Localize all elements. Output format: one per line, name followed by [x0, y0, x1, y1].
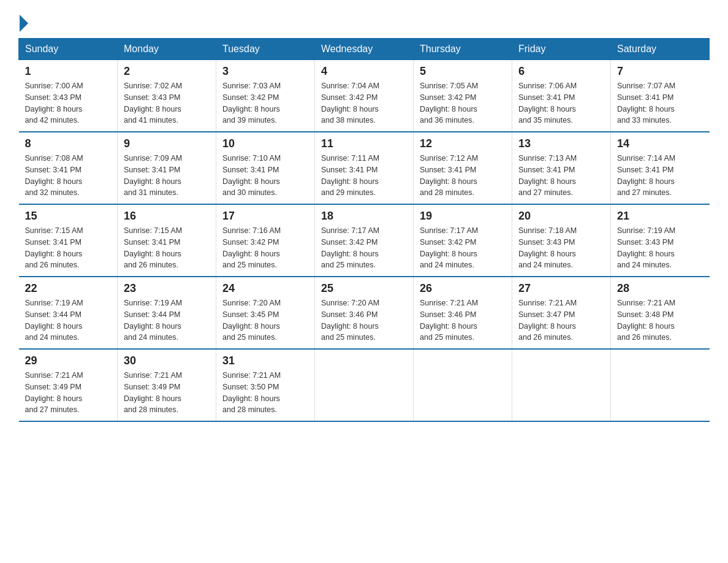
calendar-cell: 29 Sunrise: 7:21 AMSunset: 3:49 PMDaylig…	[19, 349, 118, 421]
day-number: 6	[518, 65, 604, 78]
day-info: Sunrise: 7:05 AMSunset: 3:42 PMDaylight:…	[420, 80, 506, 126]
calendar-cell: 17 Sunrise: 7:16 AMSunset: 3:42 PMDaylig…	[216, 204, 315, 277]
day-number: 10	[222, 137, 308, 150]
calendar-cell	[414, 349, 512, 421]
calendar-cell	[611, 349, 710, 421]
calendar-cell: 19 Sunrise: 7:17 AMSunset: 3:42 PMDaylig…	[414, 204, 512, 277]
day-number: 15	[25, 210, 112, 223]
day-number: 8	[25, 137, 112, 150]
day-info: Sunrise: 7:13 AMSunset: 3:41 PMDaylight:…	[518, 153, 604, 199]
calendar-cell: 6 Sunrise: 7:06 AMSunset: 3:41 PMDayligh…	[512, 60, 611, 132]
day-info: Sunrise: 7:18 AMSunset: 3:43 PMDaylight:…	[518, 225, 604, 271]
calendar-cell: 22 Sunrise: 7:19 AMSunset: 3:44 PMDaylig…	[19, 277, 118, 349]
calendar-table: SundayMondayTuesdayWednesdayThursdayFrid…	[18, 38, 710, 422]
day-info: Sunrise: 7:19 AMSunset: 3:44 PMDaylight:…	[124, 297, 210, 343]
day-number: 17	[222, 210, 308, 223]
day-info: Sunrise: 7:21 AMSunset: 3:50 PMDaylight:…	[222, 370, 308, 416]
day-number: 31	[222, 354, 308, 367]
day-number: 27	[518, 282, 604, 295]
day-info: Sunrise: 7:21 AMSunset: 3:49 PMDaylight:…	[25, 370, 112, 416]
calendar-cell: 25 Sunrise: 7:20 AMSunset: 3:46 PMDaylig…	[315, 277, 414, 349]
calendar-cell: 11 Sunrise: 7:11 AMSunset: 3:41 PMDaylig…	[315, 132, 414, 204]
calendar-cell: 1 Sunrise: 7:00 AMSunset: 3:43 PMDayligh…	[19, 60, 118, 132]
day-number: 9	[124, 137, 210, 150]
weekday-header-friday: Friday	[512, 39, 611, 60]
day-info: Sunrise: 7:10 AMSunset: 3:41 PMDaylight:…	[222, 153, 308, 199]
day-number: 22	[25, 282, 112, 295]
weekday-header-sunday: Sunday	[19, 39, 118, 60]
calendar-cell	[512, 349, 611, 421]
page-header	[18, 12, 710, 32]
day-info: Sunrise: 7:19 AMSunset: 3:43 PMDaylight:…	[617, 225, 703, 271]
calendar-cell: 24 Sunrise: 7:20 AMSunset: 3:45 PMDaylig…	[216, 277, 315, 349]
day-info: Sunrise: 7:06 AMSunset: 3:41 PMDaylight:…	[518, 80, 604, 126]
day-info: Sunrise: 7:20 AMSunset: 3:45 PMDaylight:…	[222, 297, 308, 343]
day-info: Sunrise: 7:15 AMSunset: 3:41 PMDaylight:…	[124, 225, 210, 271]
calendar-cell: 18 Sunrise: 7:17 AMSunset: 3:42 PMDaylig…	[315, 204, 414, 277]
day-info: Sunrise: 7:11 AMSunset: 3:41 PMDaylight:…	[321, 153, 407, 199]
weekday-header-tuesday: Tuesday	[216, 39, 315, 60]
calendar-week-row: 8 Sunrise: 7:08 AMSunset: 3:41 PMDayligh…	[19, 132, 710, 204]
day-info: Sunrise: 7:21 AMSunset: 3:49 PMDaylight:…	[124, 370, 210, 416]
day-number: 26	[420, 282, 506, 295]
day-number: 30	[124, 354, 210, 367]
calendar-cell: 23 Sunrise: 7:19 AMSunset: 3:44 PMDaylig…	[118, 277, 216, 349]
calendar-cell: 27 Sunrise: 7:21 AMSunset: 3:47 PMDaylig…	[512, 277, 611, 349]
day-number: 2	[124, 65, 210, 78]
calendar-cell: 4 Sunrise: 7:04 AMSunset: 3:42 PMDayligh…	[315, 60, 414, 132]
day-number: 21	[617, 210, 703, 223]
calendar-week-row: 29 Sunrise: 7:21 AMSunset: 3:49 PMDaylig…	[19, 349, 710, 421]
day-info: Sunrise: 7:12 AMSunset: 3:41 PMDaylight:…	[420, 153, 506, 199]
calendar-header-row: SundayMondayTuesdayWednesdayThursdayFrid…	[19, 39, 710, 60]
day-info: Sunrise: 7:21 AMSunset: 3:46 PMDaylight:…	[420, 297, 506, 343]
calendar-cell: 14 Sunrise: 7:14 AMSunset: 3:41 PMDaylig…	[611, 132, 710, 204]
calendar-cell: 10 Sunrise: 7:10 AMSunset: 3:41 PMDaylig…	[216, 132, 315, 204]
day-info: Sunrise: 7:07 AMSunset: 3:41 PMDaylight:…	[617, 80, 703, 126]
day-number: 4	[321, 65, 407, 78]
calendar-cell: 13 Sunrise: 7:13 AMSunset: 3:41 PMDaylig…	[512, 132, 611, 204]
day-number: 12	[420, 137, 506, 150]
calendar-cell: 26 Sunrise: 7:21 AMSunset: 3:46 PMDaylig…	[414, 277, 512, 349]
day-number: 28	[617, 282, 703, 295]
day-number: 13	[518, 137, 604, 150]
day-number: 20	[518, 210, 604, 223]
day-number: 23	[124, 282, 210, 295]
day-info: Sunrise: 7:20 AMSunset: 3:46 PMDaylight:…	[321, 297, 407, 343]
weekday-header-monday: Monday	[118, 39, 216, 60]
calendar-cell: 15 Sunrise: 7:15 AMSunset: 3:41 PMDaylig…	[19, 204, 118, 277]
day-info: Sunrise: 7:16 AMSunset: 3:42 PMDaylight:…	[222, 225, 308, 271]
day-number: 18	[321, 210, 407, 223]
calendar-cell: 21 Sunrise: 7:19 AMSunset: 3:43 PMDaylig…	[611, 204, 710, 277]
calendar-cell: 30 Sunrise: 7:21 AMSunset: 3:49 PMDaylig…	[118, 349, 216, 421]
day-number: 24	[222, 282, 308, 295]
calendar-cell: 5 Sunrise: 7:05 AMSunset: 3:42 PMDayligh…	[414, 60, 512, 132]
calendar-cell	[315, 349, 414, 421]
day-info: Sunrise: 7:17 AMSunset: 3:42 PMDaylight:…	[420, 225, 506, 271]
weekday-header-wednesday: Wednesday	[315, 39, 414, 60]
calendar-week-row: 1 Sunrise: 7:00 AMSunset: 3:43 PMDayligh…	[19, 60, 710, 132]
day-info: Sunrise: 7:19 AMSunset: 3:44 PMDaylight:…	[25, 297, 112, 343]
day-info: Sunrise: 7:02 AMSunset: 3:43 PMDaylight:…	[124, 80, 210, 126]
day-number: 25	[321, 282, 407, 295]
day-info: Sunrise: 7:21 AMSunset: 3:48 PMDaylight:…	[617, 297, 703, 343]
calendar-cell: 16 Sunrise: 7:15 AMSunset: 3:41 PMDaylig…	[118, 204, 216, 277]
day-number: 14	[617, 137, 703, 150]
day-number: 16	[124, 210, 210, 223]
day-number: 7	[617, 65, 703, 78]
calendar-cell: 9 Sunrise: 7:09 AMSunset: 3:41 PMDayligh…	[118, 132, 216, 204]
day-info: Sunrise: 7:03 AMSunset: 3:42 PMDaylight:…	[222, 80, 308, 126]
day-number: 19	[420, 210, 506, 223]
day-info: Sunrise: 7:08 AMSunset: 3:41 PMDaylight:…	[25, 153, 112, 199]
calendar-cell: 31 Sunrise: 7:21 AMSunset: 3:50 PMDaylig…	[216, 349, 315, 421]
day-info: Sunrise: 7:04 AMSunset: 3:42 PMDaylight:…	[321, 80, 407, 126]
day-number: 29	[25, 354, 112, 367]
logo	[18, 12, 28, 32]
day-number: 11	[321, 137, 407, 150]
day-info: Sunrise: 7:09 AMSunset: 3:41 PMDaylight:…	[124, 153, 210, 199]
day-info: Sunrise: 7:14 AMSunset: 3:41 PMDaylight:…	[617, 153, 703, 199]
weekday-header-saturday: Saturday	[611, 39, 710, 60]
day-number: 3	[222, 65, 308, 78]
day-number: 5	[420, 65, 506, 78]
day-number: 1	[25, 65, 112, 78]
calendar-cell: 2 Sunrise: 7:02 AMSunset: 3:43 PMDayligh…	[118, 60, 216, 132]
